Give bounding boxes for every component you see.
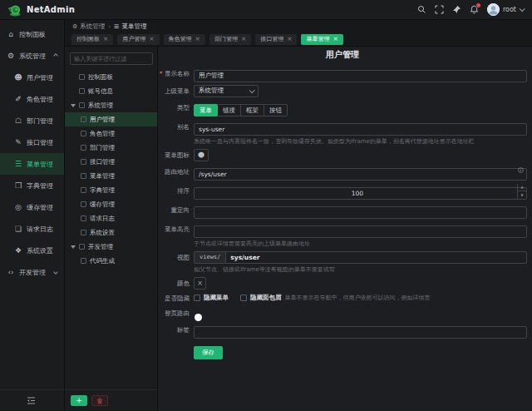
close-icon[interactable]: ×: [287, 36, 292, 42]
sidebar-item-system-settings[interactable]: ❖ 系统设置: [0, 240, 64, 261]
tree-item-menu-mgmt[interactable]: 菜单管理: [65, 169, 157, 183]
close-icon[interactable]: ×: [241, 36, 246, 42]
tab-role-mgmt[interactable]: 角色管理 ×: [164, 34, 205, 45]
tab-api-mgmt[interactable]: 接口管理 ×: [255, 34, 297, 45]
breadcrumb-item-system[interactable]: ⚙ 系统管理: [72, 22, 105, 31]
type-option-menu[interactable]: 菜单: [194, 104, 218, 116]
breadcrumb-item-menu[interactable]: ☰ 菜单管理: [114, 22, 146, 31]
type-option-link[interactable]: 链接: [217, 104, 241, 116]
tree-checkbox[interactable]: [81, 215, 86, 221]
caret-down-icon[interactable]: [71, 104, 76, 107]
tree-item-system-mgmt[interactable]: 系统管理: [65, 98, 157, 112]
sidebar-item-dev-mgmt[interactable]: ‹› 开发管理: [0, 261, 64, 283]
step-up-icon[interactable]: ▲: [518, 184, 526, 192]
menu-highlight-input[interactable]: [194, 225, 527, 238]
tree-item-dept-mgmt[interactable]: 部门管理: [65, 141, 157, 155]
tree-checkbox[interactable]: [81, 230, 86, 235]
chevron-up-icon: [53, 53, 58, 58]
tree-checkbox[interactable]: [81, 131, 86, 136]
search-icon[interactable]: [417, 5, 426, 14]
close-icon[interactable]: ×: [149, 36, 154, 42]
close-icon[interactable]: ×: [332, 36, 337, 42]
tree-item-api-mgmt[interactable]: 接口管理: [65, 155, 157, 169]
sidebar-item-menu-mgmt[interactable]: ☰ 菜单管理: [0, 153, 64, 175]
settings-icon: ❖: [14, 246, 22, 255]
tree-filter-input[interactable]: [70, 52, 153, 65]
alias-input[interactable]: [194, 123, 527, 136]
tree-checkbox[interactable]: [79, 74, 85, 80]
tree-checkbox[interactable]: [81, 258, 86, 264]
sidebar-item-cache-mgmt[interactable]: ◎ 缓存管理: [0, 196, 64, 218]
tree-item-request-log[interactable]: 请求日志: [65, 211, 157, 225]
hide-breadcrumb-label[interactable]: 隐藏面包屑: [250, 294, 282, 302]
caret-down-icon[interactable]: [71, 245, 76, 249]
tree-checkbox[interactable]: [79, 88, 85, 94]
tree-item-role-mgmt[interactable]: 角色管理: [65, 126, 157, 141]
add-menu-button[interactable]: +: [71, 395, 87, 406]
display-name-input[interactable]: [194, 70, 527, 82]
tree-checkbox[interactable]: [81, 116, 86, 122]
hide-breadcrumb-checkbox[interactable]: [240, 295, 247, 301]
collapse-sidebar-icon[interactable]: [27, 396, 36, 405]
tree-checkbox[interactable]: [79, 244, 85, 250]
tree-checkbox[interactable]: [81, 187, 86, 193]
pin-icon[interactable]: [452, 5, 461, 14]
tree-item-label: 账号信息: [88, 87, 113, 96]
tree-item-label: 开发管理: [88, 243, 113, 251]
icon-picker-button[interactable]: ☻: [194, 149, 209, 161]
user-menu[interactable]: root: [487, 3, 524, 16]
route-path-input[interactable]: [194, 168, 527, 181]
parent-menu-select[interactable]: 系统管理: [194, 85, 259, 97]
hide-menu-checkbox[interactable]: [194, 295, 200, 301]
tab-user-mgmt[interactable]: 用户管理 ×: [117, 34, 159, 45]
info-icon[interactable]: [518, 167, 524, 173]
sidebar-item-request-log[interactable]: ❏ 请求日志: [0, 218, 64, 240]
hide-menu-label[interactable]: 隐藏菜单: [204, 294, 229, 302]
tag-input[interactable]: [194, 326, 527, 339]
color-picker-button[interactable]: ×: [194, 277, 206, 290]
type-option-iframe[interactable]: 框架: [240, 104, 264, 116]
bell-icon[interactable]: [470, 5, 479, 14]
sidebar-item-role-mgmt[interactable]: ✐ 角色管理: [0, 88, 64, 110]
close-icon[interactable]: ×: [103, 36, 108, 42]
tree-item-user-mgmt[interactable]: 用户管理: [65, 112, 157, 126]
step-down-icon[interactable]: ▼: [518, 191, 526, 199]
tree-checkbox[interactable]: [81, 145, 86, 151]
tree-checkbox[interactable]: [81, 159, 86, 165]
tree-checkbox[interactable]: [81, 173, 86, 179]
tree-item-system-settings[interactable]: 系统设置: [65, 225, 157, 240]
fullscreen-icon[interactable]: [435, 5, 444, 14]
field-label: 菜单图标: [158, 149, 190, 161]
tree-checkbox[interactable]: [81, 201, 86, 207]
tab-menu-mgmt[interactable]: 菜单管理 ×: [301, 34, 342, 45]
sidebar-item-dashboard[interactable]: ⌂ 控制面板: [0, 23, 64, 45]
sidebar-item-api-mgmt[interactable]: ✎ 接口管理: [0, 131, 64, 153]
tab-dashboard[interactable]: 控制面板 ×: [71, 34, 113, 45]
sidebar-item-dict-mgmt[interactable]: ❒ 字典管理: [0, 175, 64, 196]
tab-dept-mgmt[interactable]: 部门管理 ×: [209, 34, 251, 45]
tree-checkbox[interactable]: [79, 102, 85, 108]
tree-item-dict-mgmt[interactable]: 字典管理: [65, 183, 157, 197]
sidebar-item-label: 控制面板: [19, 30, 46, 39]
view-path-input[interactable]: [225, 251, 527, 264]
tree-item-dashboard[interactable]: 控制面板: [65, 70, 157, 84]
tree-item-dev-mgmt[interactable]: 开发管理: [65, 240, 157, 254]
trash-icon: [96, 398, 103, 404]
sidebar-footer: [0, 389, 65, 411]
redirect-input[interactable]: [194, 206, 527, 219]
sort-number-input[interactable]: [194, 187, 527, 200]
sidebar-item-system-mgmt[interactable]: ⚙ 系统管理: [0, 45, 64, 67]
type-radio-group: 菜单 链接 框架 按钮: [194, 104, 288, 116]
tree-item-cache-mgmt[interactable]: 缓存管理: [65, 197, 157, 211]
sidebar-item-dept-mgmt[interactable]: ☖ 部门管理: [0, 110, 64, 131]
sidebar-item-user-mgmt[interactable]: ☻ 用户管理: [0, 67, 64, 88]
delete-menu-button[interactable]: [91, 395, 108, 406]
tree-item-code-gen[interactable]: 代码生成: [65, 254, 157, 268]
sidebar-item-label: 系统设置: [27, 246, 53, 255]
close-icon[interactable]: ×: [195, 36, 200, 42]
tree-item-label: 请求日志: [90, 215, 115, 223]
hidden-help-text: 菜单不显示在导航中，但用户依然可以访问，例如详情页: [285, 294, 431, 302]
save-button[interactable]: 保存: [194, 346, 223, 359]
tree-item-account-info[interactable]: 账号信息: [65, 84, 157, 98]
type-option-button[interactable]: 按钮: [264, 104, 288, 116]
